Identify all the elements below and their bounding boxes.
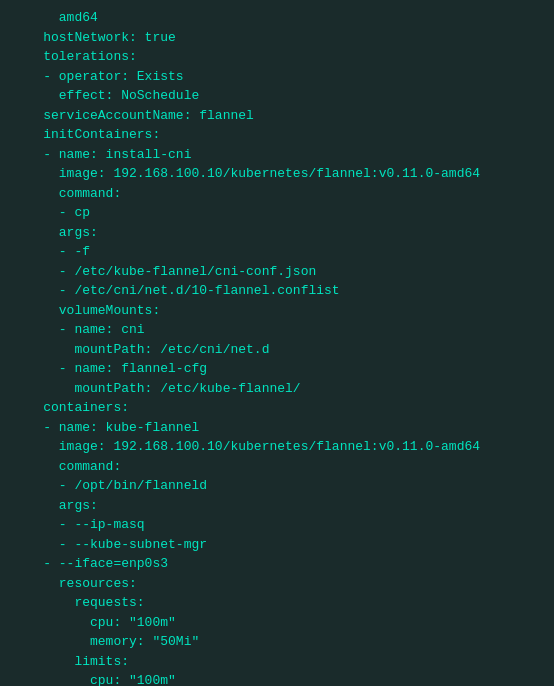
code-line: - operator: Exists bbox=[12, 67, 542, 87]
code-line: - --kube-subnet-mgr bbox=[12, 535, 542, 555]
code-line: mountPath: /etc/kube-flannel/ bbox=[12, 379, 542, 399]
code-line: hostNetwork: true bbox=[12, 28, 542, 48]
code-line: args: bbox=[12, 496, 542, 516]
code-line: - --ip-masq bbox=[12, 515, 542, 535]
code-editor: amd64 hostNetwork: true tolerations: - o… bbox=[0, 0, 554, 686]
code-line: tolerations: bbox=[12, 47, 542, 67]
code-line: - /etc/cni/net.d/10-flannel.conflist bbox=[12, 281, 542, 301]
code-line: - /etc/kube-flannel/cni-conf.json bbox=[12, 262, 542, 282]
code-line: requests: bbox=[12, 593, 542, 613]
code-line: - --iface=enp0s3 bbox=[12, 554, 542, 574]
code-line: - name: install-cni bbox=[12, 145, 542, 165]
code-line: memory: "50Mi" bbox=[12, 632, 542, 652]
code-line: - /opt/bin/flanneld bbox=[12, 476, 542, 496]
code-line: command: bbox=[12, 457, 542, 477]
code-line: effect: NoSchedule bbox=[12, 86, 542, 106]
code-line: - cp bbox=[12, 203, 542, 223]
code-line: - name: kube-flannel bbox=[12, 418, 542, 438]
code-line: - name: flannel-cfg bbox=[12, 359, 542, 379]
code-line: containers: bbox=[12, 398, 542, 418]
code-line: args: bbox=[12, 223, 542, 243]
code-line: initContainers: bbox=[12, 125, 542, 145]
code-line: cpu: "100m" bbox=[12, 613, 542, 633]
code-line: serviceAccountName: flannel bbox=[12, 106, 542, 126]
code-line: command: bbox=[12, 184, 542, 204]
code-line: volumeMounts: bbox=[12, 301, 542, 321]
code-line: mountPath: /etc/cni/net.d bbox=[12, 340, 542, 360]
code-line: image: 192.168.100.10/kubernetes/flannel… bbox=[12, 164, 542, 184]
code-line: - name: cni bbox=[12, 320, 542, 340]
code-line: cpu: "100m" bbox=[12, 671, 542, 686]
code-line: image: 192.168.100.10/kubernetes/flannel… bbox=[12, 437, 542, 457]
code-line: resources: bbox=[12, 574, 542, 594]
code-line: limits: bbox=[12, 652, 542, 672]
code-line: amd64 bbox=[12, 8, 542, 28]
code-line: - -f bbox=[12, 242, 542, 262]
